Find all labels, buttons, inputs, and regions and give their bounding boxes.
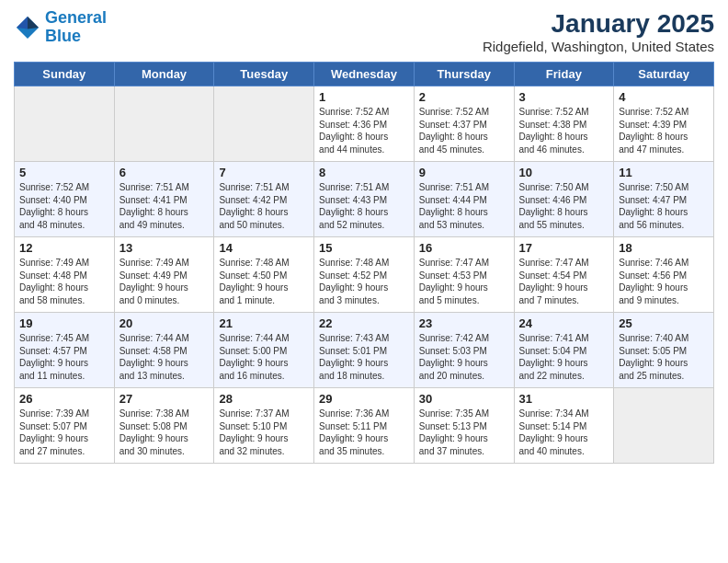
table-row [114, 86, 214, 162]
day-info: Sunrise: 7:44 AM Sunset: 5:00 PM Dayligh… [219, 332, 309, 382]
day-info: Sunrise: 7:43 AM Sunset: 5:01 PM Dayligh… [319, 332, 409, 382]
day-info: Sunrise: 7:48 AM Sunset: 4:50 PM Dayligh… [219, 257, 309, 306]
logo-icon [14, 14, 41, 41]
day-info: Sunrise: 7:37 AM Sunset: 5:10 PM Dayligh… [219, 408, 309, 457]
page: General Blue January 2025 Ridgefield, Wa… [0, 0, 728, 563]
day-info: Sunrise: 7:51 AM Sunset: 4:44 PM Dayligh… [419, 181, 509, 231]
calendar-week-row: 1Sunrise: 7:52 AM Sunset: 4:36 PM Daylig… [15, 86, 714, 162]
col-saturday: Saturday [614, 63, 714, 86]
svg-marker-1 [28, 17, 39, 29]
day-number: 14 [219, 241, 309, 255]
day-number: 19 [19, 316, 109, 330]
day-info: Sunrise: 7:44 AM Sunset: 4:58 PM Dayligh… [119, 332, 210, 382]
table-row: 27Sunrise: 7:38 AM Sunset: 5:08 PM Dayli… [114, 388, 214, 464]
table-row: 13Sunrise: 7:49 AM Sunset: 4:49 PM Dayli… [114, 237, 214, 313]
day-number: 8 [319, 166, 409, 179]
calendar-header-row: Sunday Monday Tuesday Wednesday Thursday… [15, 63, 714, 86]
table-row: 24Sunrise: 7:41 AM Sunset: 5:04 PM Dayli… [514, 313, 614, 388]
day-number: 11 [619, 166, 709, 179]
day-info: Sunrise: 7:47 AM Sunset: 4:53 PM Dayligh… [419, 257, 509, 306]
calendar-week-row: 12Sunrise: 7:49 AM Sunset: 4:48 PM Dayli… [15, 237, 714, 313]
col-monday: Monday [114, 63, 214, 86]
day-number: 31 [519, 392, 609, 406]
col-wednesday: Wednesday [314, 63, 415, 86]
day-info: Sunrise: 7:49 AM Sunset: 4:48 PM Dayligh… [19, 257, 109, 306]
table-row: 5Sunrise: 7:52 AM Sunset: 4:40 PM Daylig… [15, 162, 115, 237]
day-number: 16 [419, 241, 509, 255]
col-thursday: Thursday [414, 63, 514, 86]
table-row: 22Sunrise: 7:43 AM Sunset: 5:01 PM Dayli… [314, 313, 415, 388]
table-row: 23Sunrise: 7:42 AM Sunset: 5:03 PM Dayli… [414, 313, 514, 388]
table-row: 15Sunrise: 7:48 AM Sunset: 4:52 PM Dayli… [314, 237, 415, 313]
table-row: 14Sunrise: 7:48 AM Sunset: 4:50 PM Dayli… [214, 237, 314, 313]
day-info: Sunrise: 7:35 AM Sunset: 5:13 PM Dayligh… [419, 408, 509, 457]
day-number: 3 [519, 90, 609, 104]
day-info: Sunrise: 7:49 AM Sunset: 4:49 PM Dayligh… [119, 257, 210, 306]
table-row: 30Sunrise: 7:35 AM Sunset: 5:13 PM Dayli… [414, 388, 514, 464]
day-info: Sunrise: 7:50 AM Sunset: 4:47 PM Dayligh… [619, 181, 709, 231]
table-row: 7Sunrise: 7:51 AM Sunset: 4:42 PM Daylig… [214, 162, 314, 237]
logo-text: General Blue [45, 9, 107, 46]
table-row: 18Sunrise: 7:46 AM Sunset: 4:56 PM Dayli… [614, 237, 714, 313]
day-number: 17 [519, 241, 609, 255]
day-number: 22 [319, 316, 409, 330]
day-info: Sunrise: 7:52 AM Sunset: 4:37 PM Dayligh… [419, 106, 509, 155]
day-info: Sunrise: 7:34 AM Sunset: 5:14 PM Dayligh… [519, 408, 609, 457]
day-info: Sunrise: 7:45 AM Sunset: 4:57 PM Dayligh… [19, 332, 109, 382]
logo-general: General [45, 8, 107, 27]
calendar-week-row: 26Sunrise: 7:39 AM Sunset: 5:07 PM Dayli… [15, 388, 714, 464]
table-row: 8Sunrise: 7:51 AM Sunset: 4:43 PM Daylig… [314, 162, 415, 237]
day-number: 18 [619, 241, 709, 255]
day-info: Sunrise: 7:52 AM Sunset: 4:38 PM Dayligh… [519, 106, 609, 155]
table-row: 10Sunrise: 7:50 AM Sunset: 4:46 PM Dayli… [514, 162, 614, 237]
calendar-week-row: 5Sunrise: 7:52 AM Sunset: 4:40 PM Daylig… [15, 162, 714, 237]
logo: General Blue [14, 9, 107, 46]
day-info: Sunrise: 7:51 AM Sunset: 4:42 PM Dayligh… [219, 181, 309, 231]
table-row [15, 86, 115, 162]
table-row: 16Sunrise: 7:47 AM Sunset: 4:53 PM Dayli… [414, 237, 514, 313]
table-row: 3Sunrise: 7:52 AM Sunset: 4:38 PM Daylig… [514, 86, 614, 162]
table-row [214, 86, 314, 162]
day-info: Sunrise: 7:47 AM Sunset: 4:54 PM Dayligh… [519, 257, 609, 306]
table-row: 21Sunrise: 7:44 AM Sunset: 5:00 PM Dayli… [214, 313, 314, 388]
table-row: 29Sunrise: 7:36 AM Sunset: 5:11 PM Dayli… [314, 388, 415, 464]
day-info: Sunrise: 7:51 AM Sunset: 4:41 PM Dayligh… [119, 181, 210, 231]
day-number: 25 [619, 316, 709, 330]
table-row: 20Sunrise: 7:44 AM Sunset: 4:58 PM Dayli… [114, 313, 214, 388]
day-number: 1 [319, 90, 409, 104]
day-info: Sunrise: 7:40 AM Sunset: 5:05 PM Dayligh… [619, 332, 709, 382]
header: General Blue January 2025 Ridgefield, Wa… [14, 9, 714, 54]
table-row [614, 388, 714, 464]
calendar-week-row: 19Sunrise: 7:45 AM Sunset: 4:57 PM Dayli… [15, 313, 714, 388]
calendar-title: January 2025 [483, 9, 714, 39]
day-number: 30 [419, 392, 509, 406]
day-info: Sunrise: 7:51 AM Sunset: 4:43 PM Dayligh… [319, 181, 409, 231]
day-number: 24 [519, 316, 609, 330]
calendar-table: Sunday Monday Tuesday Wednesday Thursday… [14, 62, 714, 464]
table-row: 12Sunrise: 7:49 AM Sunset: 4:48 PM Dayli… [15, 237, 115, 313]
table-row: 6Sunrise: 7:51 AM Sunset: 4:41 PM Daylig… [114, 162, 214, 237]
day-number: 5 [19, 166, 109, 179]
day-number: 7 [219, 166, 309, 179]
day-number: 21 [219, 316, 309, 330]
calendar-subtitle: Ridgefield, Washington, United States [483, 39, 714, 54]
day-info: Sunrise: 7:38 AM Sunset: 5:08 PM Dayligh… [119, 408, 210, 457]
table-row: 26Sunrise: 7:39 AM Sunset: 5:07 PM Dayli… [15, 388, 115, 464]
table-row: 1Sunrise: 7:52 AM Sunset: 4:36 PM Daylig… [314, 86, 415, 162]
table-row: 11Sunrise: 7:50 AM Sunset: 4:47 PM Dayli… [614, 162, 714, 237]
day-number: 10 [519, 166, 609, 179]
day-info: Sunrise: 7:52 AM Sunset: 4:39 PM Dayligh… [619, 106, 709, 155]
table-row: 9Sunrise: 7:51 AM Sunset: 4:44 PM Daylig… [414, 162, 514, 237]
day-info: Sunrise: 7:36 AM Sunset: 5:11 PM Dayligh… [319, 408, 409, 457]
day-number: 27 [119, 392, 210, 406]
svg-marker-2 [17, 17, 28, 29]
day-info: Sunrise: 7:48 AM Sunset: 4:52 PM Dayligh… [319, 257, 409, 306]
day-number: 26 [19, 392, 109, 406]
day-info: Sunrise: 7:42 AM Sunset: 5:03 PM Dayligh… [419, 332, 509, 382]
day-info: Sunrise: 7:46 AM Sunset: 4:56 PM Dayligh… [619, 257, 709, 306]
day-number: 23 [419, 316, 509, 330]
col-sunday: Sunday [15, 63, 115, 86]
table-row: 17Sunrise: 7:47 AM Sunset: 4:54 PM Dayli… [514, 237, 614, 313]
table-row: 31Sunrise: 7:34 AM Sunset: 5:14 PM Dayli… [514, 388, 614, 464]
table-row: 2Sunrise: 7:52 AM Sunset: 4:37 PM Daylig… [414, 86, 514, 162]
